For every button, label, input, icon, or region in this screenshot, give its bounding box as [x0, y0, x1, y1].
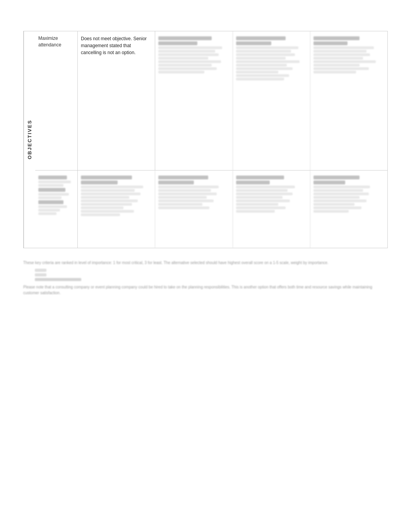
blurred-header2	[236, 41, 272, 45]
blurred-line	[236, 67, 293, 70]
blurred-line	[81, 186, 143, 188]
footer-note: Please note that a consulting company or…	[23, 284, 388, 296]
blurred-header	[158, 36, 211, 40]
blurred-line	[38, 196, 62, 199]
list-item-3	[35, 278, 81, 281]
blurred-line	[236, 78, 284, 80]
blurred-header	[313, 36, 360, 40]
footer-main-text: These key criteria are ranked in level o…	[23, 260, 388, 266]
blurred-line	[158, 193, 216, 195]
blurred-header	[236, 176, 284, 179]
blurred-line	[313, 46, 374, 49]
cell-1-1: Does not meet objective. Senior manageme…	[78, 31, 155, 170]
blurred-line	[313, 60, 376, 63]
list-item-2	[35, 273, 46, 276]
blurred-line	[158, 57, 208, 60]
blurred-line	[313, 206, 362, 209]
cell-1-2	[155, 31, 233, 170]
footer-list-area	[35, 269, 388, 281]
blurred-line	[236, 200, 290, 202]
table-row: Maximize attendance Does not meet object…	[35, 31, 387, 171]
blurred-line	[313, 196, 360, 199]
blurred-line	[158, 203, 202, 206]
blurred-line	[236, 210, 275, 213]
page-container: OBJECTIVES Maximize attendance Does not …	[0, 0, 411, 532]
sub-objective-cell: Maximize attendance	[35, 31, 78, 170]
table-row	[35, 171, 387, 248]
sub-blurred	[38, 174, 74, 216]
sub-objective-cell-2	[35, 171, 78, 248]
blurred-line	[236, 189, 288, 192]
blurred-line	[236, 64, 287, 66]
blurred-line	[158, 53, 219, 56]
blurred-line	[81, 189, 135, 192]
cell-1-3	[233, 31, 310, 170]
blurred-line	[158, 189, 211, 192]
blurred-line	[81, 193, 140, 195]
blurred-line	[81, 196, 129, 199]
blurred-line	[236, 206, 286, 209]
inner-table: Maximize attendance Does not meet object…	[35, 31, 387, 248]
blurred-line	[313, 67, 369, 70]
blurred-line	[158, 46, 222, 49]
blurred-line	[38, 209, 60, 211]
blurred-line	[236, 196, 283, 199]
cell-2-4	[310, 171, 387, 248]
blurred-header	[313, 176, 360, 179]
blurred-line	[158, 67, 216, 70]
blurred-line	[313, 50, 366, 53]
blurred-line	[38, 188, 65, 192]
cell-1-4	[310, 31, 387, 170]
blurred-header2	[158, 41, 197, 45]
blurred-line	[236, 203, 279, 206]
blurred-header	[236, 36, 286, 40]
blurred-line	[313, 200, 366, 202]
blurred-header	[81, 176, 132, 179]
blurred-line	[313, 57, 363, 60]
blurred-line	[38, 200, 63, 204]
blurred-line	[38, 212, 57, 215]
sub-objective-label: Maximize attendance	[38, 35, 74, 48]
list-item-1	[35, 269, 46, 272]
blurred-line	[158, 186, 219, 188]
cell-2-1	[78, 171, 155, 248]
blurred-line	[236, 60, 300, 63]
blurred-line	[313, 193, 369, 195]
cell-text-clear: Does not meet objective. Senior manageme…	[81, 36, 147, 55]
blurred-line	[81, 203, 132, 206]
blurred-line	[236, 53, 295, 56]
blurred-line	[236, 186, 295, 188]
blurred-line	[158, 60, 221, 63]
blurred-line	[313, 186, 370, 188]
blurred-line	[158, 200, 214, 202]
blurred-line	[158, 64, 211, 66]
blurred-line	[236, 46, 298, 49]
blurred-header2	[313, 181, 345, 184]
blurred-header2	[81, 181, 118, 184]
blurred-line	[158, 196, 207, 199]
blurred-line	[38, 205, 67, 208]
blurred-line	[38, 193, 69, 196]
main-table-wrapper: OBJECTIVES Maximize attendance Does not …	[23, 31, 388, 248]
cell-2-2	[155, 171, 233, 248]
blurred-header2	[313, 41, 348, 45]
blurred-line	[236, 50, 291, 53]
blurred-line	[313, 53, 370, 56]
blurred-line	[81, 213, 120, 216]
blurred-header2	[236, 181, 270, 184]
blurred-line	[313, 64, 360, 66]
footer-section: These key criteria are ranked in level o…	[23, 256, 388, 302]
blurred-line	[81, 206, 123, 209]
blurred-line	[236, 57, 286, 60]
blurred-line	[313, 71, 356, 73]
blurred-line	[38, 184, 63, 187]
blurred-line	[158, 71, 204, 73]
blurred-line	[236, 71, 279, 73]
blurred-line	[81, 210, 134, 213]
blurred-line	[313, 203, 354, 206]
blurred-line	[158, 50, 215, 53]
blurred-line	[38, 176, 67, 179]
main-table: OBJECTIVES Maximize attendance Does not …	[23, 31, 388, 248]
cell-2-3	[233, 171, 310, 248]
blurred-line	[38, 181, 71, 183]
